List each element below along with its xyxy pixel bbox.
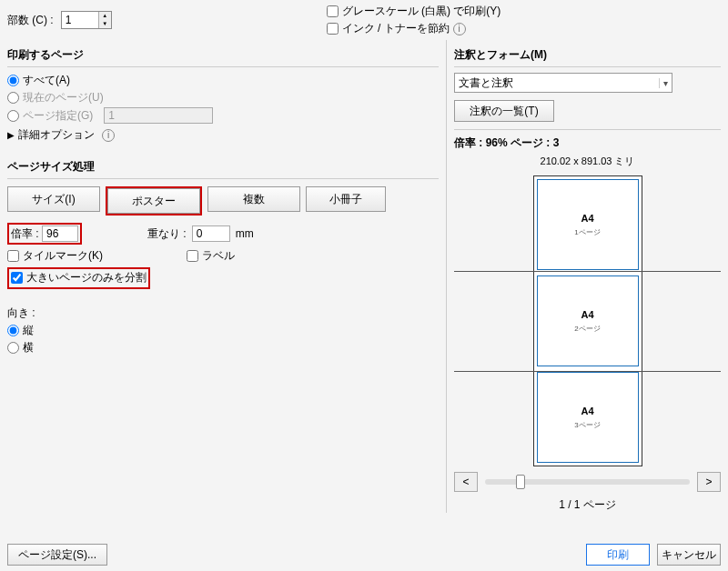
spin-up-icon[interactable]: ▲ [99,12,111,20]
booklet-button[interactable]: 小冊子 [306,186,386,212]
scale-page-info: 倍率 : 96% ページ : 3 [454,135,721,151]
advanced-options-toggle[interactable]: ▶ 詳細オプション i [7,127,439,143]
save-ink-checkbox[interactable]: インク / トナーを節約 [327,21,450,36]
spin-down-icon[interactable]: ▼ [99,20,111,28]
triangle-right-icon: ▶ [7,130,15,140]
preview-page-3: A43ページ [537,372,639,463]
orientation-label: 向き : [7,306,439,321]
scale-label: 倍率 : [11,227,39,240]
page-setup-button[interactable]: ページ設定(S)... [7,544,107,566]
labels-checkbox[interactable]: ラベル [187,248,235,264]
comments-forms-title: 注釈とフォーム(M) [454,47,721,63]
overlap-label: 重なり : [147,226,187,242]
radio-all[interactable] [7,75,19,86]
overlap-input[interactable] [192,225,230,242]
page-counter: 1 / 1 ページ [454,497,721,513]
radio-range[interactable] [7,110,19,122]
prev-page-button[interactable]: < [454,472,478,492]
radio-landscape[interactable] [7,342,19,354]
next-page-button[interactable]: > [697,472,721,492]
copies-input[interactable] [62,12,98,28]
radio-current[interactable] [7,92,19,104]
chevron-down-icon: ▾ [659,78,668,88]
size-button[interactable]: サイズ(I) [7,186,100,212]
tile-marks-checkbox[interactable]: タイルマーク(K) [7,248,103,264]
page-size-title: ページサイズ処理 [7,159,439,175]
comments-dropdown[interactable]: 文書と注釈 ▾ [454,73,672,93]
overlap-unit: mm [236,227,254,240]
radio-portrait[interactable] [7,325,19,336]
preview-slider[interactable] [485,479,690,485]
split-large-checkbox[interactable]: 大きいページのみを分割 [11,270,147,286]
info-icon[interactable]: i [102,129,115,142]
info-icon[interactable]: i [453,23,466,35]
range-input[interactable] [104,107,213,124]
preview-dimensions: 210.02 x 891.03 ミリ [454,155,721,168]
slider-thumb[interactable] [516,475,525,489]
preview-page-2: A42ページ [537,275,639,366]
cancel-button[interactable]: キャンセル [657,544,721,566]
grayscale-checkbox[interactable]: グレースケール (白黒) で印刷(Y) [327,4,501,19]
comments-list-button[interactable]: 注釈の一覧(T) [454,100,554,122]
preview-page-1: A41ページ [537,179,639,270]
multi-button[interactable]: 複数 [207,186,300,212]
print-preview: A41ページ A42ページ A43ページ [533,175,642,466]
poster-button[interactable]: ポスター [107,188,200,214]
scale-input[interactable] [42,225,78,242]
print-button[interactable]: 印刷 [586,544,650,566]
copies-spinner[interactable]: ▲▼ [61,11,112,29]
print-pages-title: 印刷するページ [7,47,439,63]
copies-label: 部数 (C) : [7,13,54,28]
